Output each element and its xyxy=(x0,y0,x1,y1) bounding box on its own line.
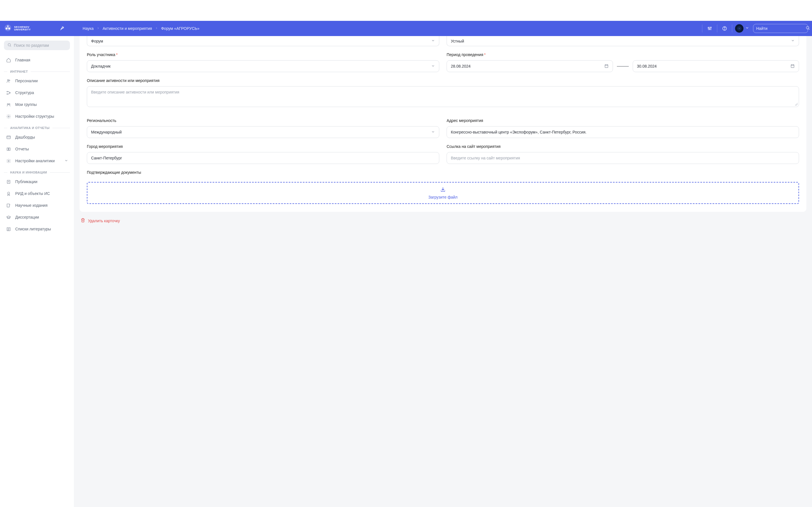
svg-rect-46 xyxy=(791,64,794,68)
window-top-margin xyxy=(0,0,812,21)
sidebar-item-label: Мои группы xyxy=(15,102,37,107)
period-end-input[interactable]: 30.08.2024 xyxy=(633,60,799,72)
svg-point-25 xyxy=(7,103,8,105)
help-icon[interactable] xyxy=(718,22,731,35)
regionality-select[interactable]: Международный xyxy=(87,126,439,138)
description-textarea[interactable] xyxy=(91,90,795,102)
sidebar-item-bibliography[interactable]: Списки литературы xyxy=(4,223,70,235)
address-label: Адрес мероприятия xyxy=(447,118,799,123)
sidebar-item-home[interactable]: Главная xyxy=(4,54,70,66)
description-textarea-wrap xyxy=(87,86,799,107)
format-select[interactable]: Устный xyxy=(447,36,799,46)
field-documents: Подтверждающие документы Загрузите файл xyxy=(87,170,799,204)
svg-rect-28 xyxy=(7,136,10,138)
document-icon xyxy=(6,179,11,184)
sidebar-item-label: Публикации xyxy=(15,179,37,184)
sidebar-search[interactable] xyxy=(4,41,70,50)
avatar xyxy=(735,24,744,33)
sidebar-item-groups[interactable]: Мои группы xyxy=(4,99,70,110)
website-input-wrap xyxy=(447,152,799,164)
pin-icon[interactable] xyxy=(59,26,64,31)
sidebar-item-structure[interactable]: Структура xyxy=(4,87,70,99)
home-icon xyxy=(6,58,11,62)
breadcrumb-item[interactable]: Активности и мероприятия xyxy=(103,26,152,31)
settings-sliders-icon[interactable] xyxy=(703,22,716,35)
sidebar-item-structure-settings[interactable]: Настройки структуры xyxy=(4,110,70,122)
activity-type-select[interactable]: Форум xyxy=(87,36,439,46)
svg-point-18 xyxy=(8,43,11,46)
app-header: SECHENOV UNIVERSITY Наука Активности и м… xyxy=(0,21,812,36)
chevron-down-icon xyxy=(745,26,749,31)
period-start-input[interactable]: 28.08.2024 xyxy=(447,60,613,72)
field-city: Город мероприятия xyxy=(87,144,439,164)
delete-card-label: Удалить карточку xyxy=(88,219,120,223)
sidebar-item-reports[interactable]: Отчеты xyxy=(4,143,70,155)
sidebar-item-label: Персоналии xyxy=(15,78,38,83)
graduation-icon xyxy=(6,215,11,220)
svg-point-34 xyxy=(7,192,9,194)
sidebar-item-dissertations[interactable]: Диссертации xyxy=(4,211,70,223)
sidebar-item-personalities[interactable]: Персоналии xyxy=(4,75,70,87)
global-search[interactable] xyxy=(753,24,808,33)
delete-card-button[interactable]: Удалить карточку xyxy=(81,218,806,223)
users-icon xyxy=(6,78,11,83)
user-menu[interactable] xyxy=(735,24,749,33)
sidebar-item-label: Главная xyxy=(15,58,30,62)
divider xyxy=(702,24,702,33)
main-content: Форум Устный Роль участника* xyxy=(74,36,812,507)
svg-point-23 xyxy=(7,94,8,94)
svg-point-27 xyxy=(8,116,9,117)
logo-text: SECHENOV UNIVERSITY xyxy=(14,26,31,31)
sidebar-item-publications[interactable]: Публикации xyxy=(4,176,70,187)
search-icon xyxy=(806,25,810,31)
field-website: Ссылка на сайт мероприятия xyxy=(447,144,799,164)
role-select[interactable]: Докладчик xyxy=(87,60,439,72)
breadcrumb-item[interactable]: Наука xyxy=(83,26,94,31)
regionality-label: Региональность xyxy=(87,118,439,123)
sidebar-item-analytics-settings[interactable]: Настройки аналитики xyxy=(4,155,70,167)
field-description: Описание активности или мероприятия xyxy=(87,78,799,107)
svg-line-17 xyxy=(809,29,809,30)
period-label: Период проведения* xyxy=(447,52,799,57)
book-icon xyxy=(6,147,11,152)
sidebar-item-label: Настройки аналитики xyxy=(15,159,55,163)
chevron-down-icon xyxy=(431,64,435,69)
breadcrumb: Наука Активности и мероприятия Форум «АГ… xyxy=(83,26,199,31)
sidebar-item-dashboards[interactable]: Дашборды xyxy=(4,131,70,143)
range-dash xyxy=(617,66,629,66)
logo[interactable]: SECHENOV UNIVERSITY xyxy=(4,24,31,33)
address-input[interactable] xyxy=(451,130,795,134)
sidebar-item-scientific-editions[interactable]: Научные издания xyxy=(4,200,70,211)
sidebar-section-science: НАУКА И ИННОВАЦИИ xyxy=(4,171,70,174)
form-card: Форум Устный Роль участника* xyxy=(80,36,806,212)
field-period: Период проведения* 28.08.2024 30.08.2024 xyxy=(447,52,799,72)
select-value: Форум xyxy=(91,39,431,43)
sidebar-search-input[interactable] xyxy=(14,43,66,48)
chevron-down-icon xyxy=(431,130,435,135)
field-regionality: Региональность Международный xyxy=(87,118,439,138)
website-input[interactable] xyxy=(451,156,795,160)
upload-zone[interactable]: Загрузите файл xyxy=(87,182,799,204)
documents-label: Подтверждающие документы xyxy=(87,170,799,175)
search-icon xyxy=(7,43,11,48)
sidebar-item-label: Настройки структуры xyxy=(15,114,54,119)
svg-point-9 xyxy=(711,27,711,28)
svg-point-2 xyxy=(8,27,10,30)
calendar-icon xyxy=(790,64,795,69)
sidebar-item-label: Списки литературы xyxy=(15,227,51,231)
svg-point-26 xyxy=(9,103,10,105)
chevron-right-icon xyxy=(96,26,100,31)
sidebar-item-label: Структура xyxy=(15,91,34,95)
chevron-down-icon xyxy=(791,39,795,43)
breadcrumb-item[interactable]: Форум «АГРОРУСЬ» xyxy=(161,26,199,31)
city-input[interactable] xyxy=(91,156,435,160)
role-label: Роль участника* xyxy=(87,52,439,57)
city-label: Город мероприятия xyxy=(87,144,439,149)
sidebar-item-ip-objects[interactable]: РИД и объекты ИС xyxy=(4,187,70,200)
divider xyxy=(732,24,732,33)
svg-point-20 xyxy=(7,79,8,80)
structure-icon xyxy=(6,91,11,95)
svg-rect-42 xyxy=(605,64,608,68)
global-search-input[interactable] xyxy=(756,26,806,31)
dashboard-icon xyxy=(6,135,11,140)
